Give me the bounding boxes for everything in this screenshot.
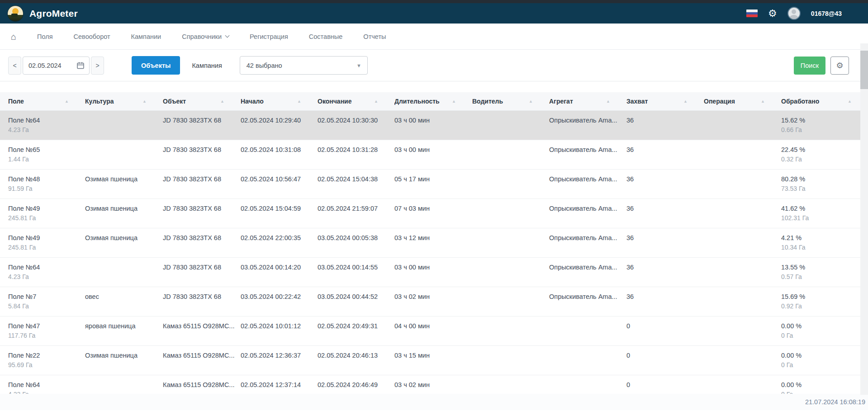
cell-driver [472,170,549,198]
cell-duration: 03 ч 00 мин [394,258,472,287]
user-id-label[interactable]: 01678@43 [811,10,842,17]
cell-processed: 0.00 %0 Га [781,346,868,375]
nav-item-кампании[interactable]: Кампании [131,33,161,40]
cell-start: 02.05.2024 22:00:35 [241,228,318,257]
date-input[interactable]: 02.05.2024 [23,57,90,75]
cell-object: JD 7830 3823TX 68 [163,170,241,198]
sort-asc-icon[interactable]: ▲ [529,99,533,104]
calendar-icon[interactable] [76,61,85,70]
sort-asc-icon[interactable]: ▲ [683,99,688,104]
sort-asc-icon[interactable]: ▲ [761,99,765,104]
nav-item-регистрация[interactable]: Регистрация [250,33,288,40]
nav-item-отчеты[interactable]: Отчеты [363,33,386,40]
column-label: Культура [85,98,114,105]
cell-object: Камаз 65115 О928МС... [163,375,241,394]
sort-asc-icon[interactable]: ▲ [452,99,456,104]
column-label: Поле [8,98,24,105]
nav-item-справочники[interactable]: Справочники [182,33,229,40]
column-header-implement[interactable]: Агрегат▲ [549,98,626,105]
cell-implement: Опрыскиватель Ama... [549,199,626,228]
cell-width: 36 [626,111,704,140]
cell-operation [704,287,781,316]
cell-implement [549,317,626,345]
column-label: Агрегат [549,98,573,105]
column-header-start[interactable]: Начало▲ [241,98,318,105]
cell-driver [472,317,549,345]
table-row[interactable]: Поле №651.44 ГаJD 7830 3823TX 6802.05.20… [0,140,868,170]
column-label: Окончание [318,98,351,105]
table-header-row: Поле▲Культура▲Объект▲Начало▲Окончание▲Дл… [0,92,868,111]
table-row[interactable]: Поле №49245.81 ГаОзимая пшеницаJD 7830 3… [0,199,868,228]
cell-crop: яровая пшеница [85,317,163,345]
table-row[interactable]: Поле №644.23 ГаJD 7830 3823TX 6803.05.20… [0,258,868,287]
language-flag-icon[interactable] [746,9,758,17]
table-row[interactable]: Поле №47117.76 Гаяровая пшеницаКамаз 651… [0,317,868,346]
column-header-processed[interactable]: Обработано▲ [781,98,868,105]
sort-asc-icon[interactable]: ▲ [848,99,852,104]
column-header-field[interactable]: Поле▲ [8,98,85,105]
table-row[interactable]: Поле №49245.81 ГаОзимая пшеницаJD 7830 3… [0,228,868,258]
table-row[interactable]: Поле №75.84 ГаовесJD 7830 3823TX 6803.05… [0,287,868,317]
column-label: Начало [241,98,264,105]
column-header-duration[interactable]: Длительность▲ [394,98,472,105]
date-prev-button[interactable]: < [8,57,21,75]
column-header-object[interactable]: Объект▲ [163,98,241,105]
nav-item-севооборот[interactable]: Севооборот [74,33,110,40]
nav-item-label: Кампании [131,33,161,40]
cell-field: Поле №49245.81 Га [8,228,85,257]
column-header-operation[interactable]: Операция▲ [704,98,781,105]
nav-item-label: Отчеты [363,33,386,40]
cell-driver [472,287,549,316]
objects-select[interactable]: 42 выбрано ▼ [240,56,368,75]
cell-duration: 04 ч 00 мин [394,317,472,345]
table-settings-button[interactable]: ⚙ [830,57,849,75]
cell-implement: Опрыскиватель Ama... [549,258,626,287]
sort-asc-icon[interactable]: ▲ [220,99,224,104]
sort-asc-icon[interactable]: ▲ [142,99,147,104]
vertical-scrollbar[interactable] [860,43,868,395]
cell-width: 0 [626,375,704,394]
home-icon[interactable]: ⌂ [11,32,16,41]
nav-items: ПоляСевооборотКампанииСправочникиРегистр… [37,33,386,40]
cell-field: Поле №644.23 Га [8,375,85,394]
sort-asc-icon[interactable]: ▲ [374,99,378,104]
cell-driver [472,140,549,169]
page-footer: 21.07.2024 16:08:19 [0,394,868,410]
cell-crop [85,111,163,140]
table-row[interactable]: Поле №4891.59 ГаОзимая пшеницаJD 7830 38… [0,170,868,199]
table-row[interactable]: Поле №644.23 ГаКамаз 65115 О928МС...02.0… [0,375,868,394]
column-label: Водитель [472,98,503,105]
cell-processed: 80.28 %73.53 Га [781,170,868,198]
campaign-toggle-button[interactable]: Кампания [186,56,227,75]
table-row[interactable]: Поле №644.23 ГаJD 7830 3823TX 6802.05.20… [0,111,868,140]
settings-gear-icon[interactable]: ⚙ [768,9,777,19]
cell-width: 0 [626,346,704,375]
column-header-driver[interactable]: Водитель▲ [472,98,549,105]
cell-start: 02.05.2024 10:29:40 [241,111,318,140]
date-value: 02.05.2024 [28,62,62,69]
sort-asc-icon[interactable]: ▲ [606,99,610,104]
cell-crop [85,140,163,169]
date-next-button[interactable]: > [91,57,104,75]
column-header-width[interactable]: Захват▲ [626,98,704,105]
cell-processed: 15.62 %0.66 Га [781,111,868,140]
cell-end: 02.05.2024 10:30:30 [318,111,394,140]
objects-toggle-button[interactable]: Объекты [132,56,180,75]
user-avatar[interactable] [787,7,801,20]
cell-processed: 15.69 %0.92 Га [781,287,868,316]
nav-item-поля[interactable]: Поля [37,33,52,40]
table-row[interactable]: Поле №2295.69 ГаОзимая пшеницаКамаз 6511… [0,346,868,375]
chevron-down-icon [225,33,230,38]
column-header-crop[interactable]: Культура▲ [85,98,163,105]
sort-asc-icon[interactable]: ▲ [297,99,301,104]
cell-width: 0 [626,317,704,345]
scrollbar-thumb[interactable] [860,51,868,89]
app-header: AgroMeter ⚙ 01678@43 [0,3,868,24]
search-button[interactable]: Поиск [794,57,825,75]
cell-object: Камаз 65115 О928МС... [163,346,241,375]
nav-item-составные[interactable]: Составные [309,33,343,40]
sort-asc-icon[interactable]: ▲ [65,99,69,104]
column-header-end[interactable]: Окончание▲ [318,98,394,105]
cell-start: 02.05.2024 12:37:14 [241,375,318,394]
cell-crop: Озимая пшеница [85,228,163,257]
